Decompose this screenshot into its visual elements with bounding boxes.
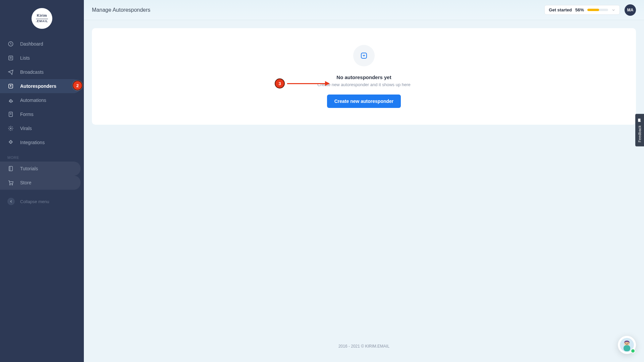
- svg-rect-17: [624, 345, 630, 351]
- empty-state-icon: [353, 45, 375, 66]
- svg-rect-10: [9, 166, 13, 171]
- sidebar-item-integrations[interactable]: Integrations: [0, 135, 84, 149]
- main-content: Manage Autoresponders Get started 56% MA: [84, 0, 644, 362]
- collapse-label: Collapse menu: [20, 199, 49, 204]
- empty-state-subtitle: Create new autoresponder and it shows up…: [317, 82, 411, 87]
- annotation-badge-2: 2: [72, 80, 83, 90]
- chevron-left-icon: [7, 198, 15, 205]
- sidebar: Kirim .EMAIL Dashboard Lists Broadcasts: [0, 0, 84, 362]
- feedback-tab[interactable]: Feedback: [635, 114, 644, 146]
- sidebar-item-label: Lists: [20, 55, 30, 61]
- sidebar-item-forms[interactable]: Forms: [0, 107, 84, 121]
- header: Manage Autoresponders Get started 56% MA: [84, 0, 644, 20]
- store-icon: [7, 179, 14, 186]
- logo-text-sub: .EMAIL: [36, 19, 48, 23]
- logo-container: Kirim .EMAIL: [0, 5, 84, 37]
- sidebar-item-broadcasts[interactable]: Broadcasts: [0, 65, 84, 79]
- chevron-down-icon: [611, 8, 615, 12]
- svg-point-9: [10, 128, 11, 129]
- get-started-label: Get started: [549, 7, 572, 12]
- sidebar-section-more: MORE: [0, 149, 84, 162]
- automations-icon: [7, 97, 14, 104]
- svg-point-18: [626, 343, 626, 344]
- logo[interactable]: Kirim .EMAIL: [32, 8, 52, 29]
- sidebar-item-label: Tutorials: [20, 166, 38, 171]
- empty-state-title: No autoresponders yet: [336, 74, 391, 80]
- integrations-icon: [7, 139, 14, 146]
- sidebar-item-label: Automations: [20, 98, 46, 103]
- lists-icon: [7, 55, 14, 61]
- footer-text: 2016 - 2021 © KIRIM.EMAIL: [92, 339, 636, 354]
- feedback-label: Feedback: [638, 125, 642, 142]
- annotation-arrow: [287, 83, 329, 84]
- empty-state-card: No autoresponders yet Create new autores…: [92, 28, 636, 125]
- sidebar-item-label: Integrations: [20, 140, 45, 145]
- get-started-button[interactable]: Get started 56%: [544, 5, 620, 15]
- avatar[interactable]: MA: [625, 4, 636, 16]
- broadcasts-icon: [7, 69, 14, 75]
- sidebar-item-tutorials[interactable]: Tutorials: [0, 162, 80, 176]
- sidebar-item-label: Dashboard: [20, 41, 43, 47]
- collapse-menu-button[interactable]: Collapse menu: [0, 194, 84, 209]
- sidebar-item-autoresponders[interactable]: Autoresponders 2: [0, 79, 80, 93]
- autoresponders-icon: [7, 83, 14, 89]
- sidebar-item-dashboard[interactable]: Dashboard: [0, 37, 84, 51]
- sidebar-item-label: Store: [20, 180, 31, 185]
- create-autoresponder-button[interactable]: Create new autoresponder: [327, 95, 401, 108]
- sidebar-item-virals[interactable]: Virals: [0, 121, 84, 135]
- get-started-pct: 56%: [575, 7, 584, 12]
- dashboard-icon: [7, 41, 14, 47]
- page-title: Manage Autoresponders: [92, 7, 150, 13]
- sidebar-item-lists[interactable]: Lists: [0, 51, 84, 65]
- svg-point-13: [12, 184, 12, 185]
- progress-bar: [587, 9, 608, 11]
- sidebar-item-label: Broadcasts: [20, 69, 44, 75]
- sidebar-item-label: Virals: [20, 126, 32, 131]
- logo-text-main: Kirim: [35, 13, 49, 17]
- progress-fill: [587, 9, 599, 11]
- forms-icon: [7, 111, 14, 118]
- annotation-badge-3: 3: [275, 78, 285, 88]
- chat-status-indicator: [631, 349, 635, 353]
- feedback-icon: [637, 118, 642, 123]
- sidebar-item-store[interactable]: Store: [0, 176, 80, 190]
- sidebar-item-automations[interactable]: Automations: [0, 93, 84, 107]
- svg-point-19: [628, 343, 628, 344]
- chat-widget[interactable]: [618, 336, 636, 354]
- svg-point-5: [10, 100, 12, 101]
- sidebar-item-label: Autoresponders: [20, 83, 56, 89]
- virals-icon: [7, 125, 14, 132]
- svg-point-12: [10, 184, 10, 185]
- tutorials-icon: [7, 165, 14, 172]
- sidebar-item-label: Forms: [20, 112, 34, 117]
